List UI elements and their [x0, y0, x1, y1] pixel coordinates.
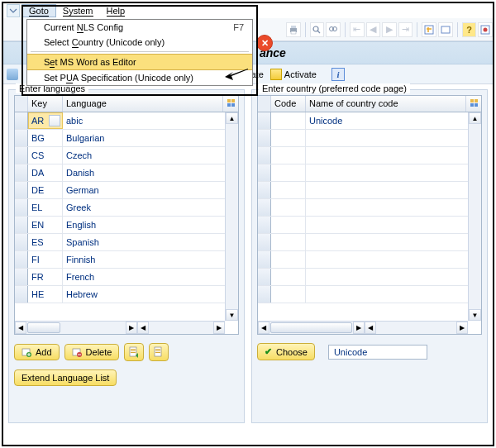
svg-rect-30 [475, 103, 478, 107]
svg-rect-26 [155, 352, 160, 353]
svg-rect-14 [231, 103, 235, 107]
delete-button[interactable]: Delete [64, 344, 120, 360]
info-icon[interactable]: i [331, 68, 345, 81]
svg-rect-1 [291, 26, 296, 28]
activate-icon [270, 69, 282, 80]
cancel-icon[interactable]: ✕ [256, 35, 273, 51]
menu-goto[interactable]: Goto [21, 4, 56, 17]
horizontal-scrollbar[interactable]: ◀▶◀▶ [15, 321, 225, 334]
svg-rect-27 [470, 99, 474, 102]
horizontal-scrollbar[interactable]: ◀▶◀▶ [258, 321, 468, 334]
menubar: Goto System Help [3, 3, 493, 18]
table-row[interactable] [258, 147, 481, 164]
svg-rect-21 [131, 350, 136, 351]
first-page-icon[interactable]: ⇤ [350, 22, 365, 37]
dropdown-item[interactable]: Set MS Word as Editor [27, 54, 252, 70]
svg-rect-11 [227, 99, 231, 102]
table-config-icon[interactable] [466, 96, 481, 112]
svg-rect-19 [130, 347, 136, 356]
table-row[interactable] [258, 199, 481, 217]
svg-point-10 [484, 27, 488, 31]
table-row[interactable]: BGBulgarian [15, 130, 238, 147]
svg-line-4 [317, 31, 320, 33]
find-next-icon[interactable] [326, 22, 341, 37]
table-row[interactable] [258, 234, 481, 251]
work-area: Enter languages Key Language ARabicBGBul… [3, 84, 493, 428]
delete-icon [72, 347, 82, 357]
menu-system[interactable]: System [56, 5, 100, 17]
svg-rect-2 [291, 31, 296, 34]
extend-language-list-button[interactable]: Extend Language List [14, 369, 117, 386]
vertical-scrollbar[interactable]: ▲▼ [468, 112, 481, 321]
new-session-icon[interactable] [422, 22, 436, 37]
svg-rect-22 [131, 352, 136, 353]
table-row[interactable] [258, 182, 481, 199]
print-icon[interactable] [286, 22, 301, 37]
annotation-arrow [225, 67, 248, 83]
table-row[interactable] [258, 251, 481, 269]
svg-rect-13 [227, 103, 231, 107]
table-row[interactable]: CSCzech [15, 147, 238, 164]
country-table: Code Name of country code Unicode ▲▼ ◀▶◀… [257, 95, 482, 335]
f4-help-icon[interactable] [49, 115, 60, 126]
svg-rect-12 [231, 99, 235, 102]
table-row[interactable] [258, 217, 481, 234]
svg-rect-25 [155, 350, 160, 351]
table-config-icon[interactable] [223, 96, 238, 112]
goto-dropdown: Current NLS ConfigF7Select Country (Unic… [26, 19, 253, 86]
menu-collapse-icon[interactable] [7, 4, 20, 17]
languages-group: Enter languages Key Language ARabicBGBul… [8, 89, 245, 423]
add-icon [21, 347, 31, 357]
country-header: Code Name of country code [258, 96, 481, 112]
table-row[interactable]: DEGerman [15, 182, 238, 199]
next-page-icon[interactable]: ▶ [382, 22, 397, 37]
table-row[interactable] [258, 286, 481, 303]
languages-table: Key Language ARabicBGBulgarianCSCzechDAD… [14, 95, 239, 335]
table-row[interactable] [258, 130, 481, 147]
col-language[interactable]: Language [63, 96, 223, 112]
table-row[interactable]: ENEnglish [15, 217, 238, 234]
back-icon [7, 69, 18, 80]
country-value-field[interactable] [328, 345, 427, 360]
col-code[interactable]: Code [271, 96, 306, 112]
activate-button[interactable]: Activate [270, 69, 317, 80]
vertical-scrollbar[interactable]: ▲▼ [225, 112, 238, 321]
table-row[interactable]: HEHebrew [15, 286, 238, 303]
table-row[interactable] [258, 164, 481, 182]
prev-page-icon[interactable]: ◀ [366, 22, 381, 37]
table-row[interactable]: ESSpanish [15, 234, 238, 251]
languages-header: Key Language [15, 96, 238, 112]
table-row[interactable] [258, 269, 481, 286]
svg-rect-20 [131, 349, 136, 350]
svg-rect-28 [475, 99, 478, 102]
find-icon[interactable] [310, 22, 325, 37]
table-row[interactable]: ARabic [15, 112, 238, 130]
window-frame: Goto System Help Current NLS ConfigF7Sel… [2, 2, 494, 446]
deselect-all-button[interactable] [149, 343, 169, 361]
languages-buttons: Add Delete [14, 343, 239, 361]
svg-rect-23 [155, 347, 161, 356]
table-row[interactable]: FIFinnish [15, 251, 238, 269]
table-row[interactable]: ELGreek [15, 199, 238, 217]
country-group: Enter country (preferred code page) Code… [251, 89, 488, 423]
svg-rect-24 [155, 349, 160, 350]
menu-help[interactable]: Help [100, 5, 132, 17]
choose-button[interactable]: ✔Choose [257, 343, 315, 360]
table-row[interactable]: DADanish [15, 164, 238, 182]
dropdown-item[interactable]: Select Country (Unicode only) [27, 35, 252, 50]
generate-shortcut-icon[interactable] [438, 22, 453, 37]
col-key[interactable]: Key [28, 96, 63, 112]
last-page-icon[interactable]: ⇥ [398, 22, 413, 37]
check-icon: ✔ [265, 346, 272, 357]
dropdown-item[interactable]: Set PUA Specification (Unicode only) [27, 70, 252, 85]
col-country-name[interactable]: Name of country code [306, 96, 466, 112]
table-row[interactable]: FRFrench [15, 269, 238, 286]
svg-rect-29 [470, 103, 474, 107]
help-icon[interactable]: ? [462, 22, 477, 37]
customize-layout-icon[interactable] [478, 22, 493, 37]
dropdown-item[interactable]: Current NLS ConfigF7 [27, 20, 252, 35]
add-button[interactable]: Add [14, 344, 60, 360]
table-row[interactable]: Unicode [258, 112, 481, 130]
svg-rect-7 [425, 26, 433, 34]
select-all-button[interactable] [124, 343, 144, 361]
